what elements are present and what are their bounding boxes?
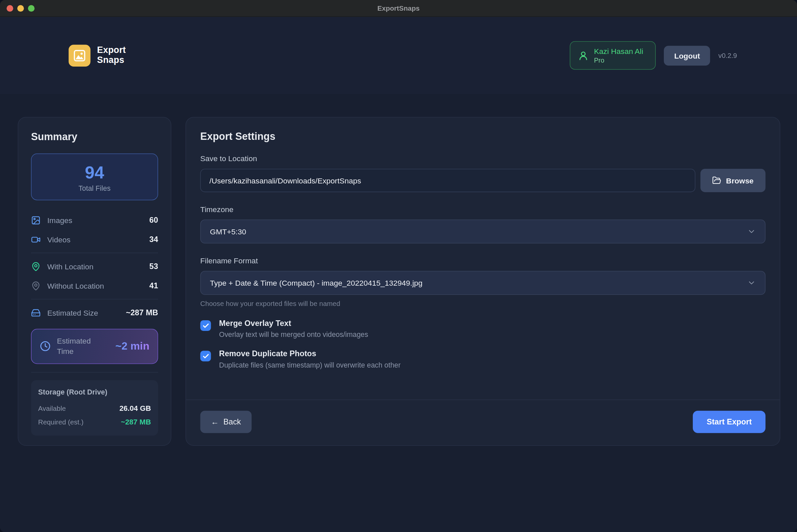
stat-label: With Location — [47, 262, 94, 271]
stat-value: 34 — [149, 235, 158, 244]
back-button[interactable]: ← Back — [201, 411, 252, 433]
estimated-time-card: Estimated Time ~2 min — [31, 329, 158, 364]
app-logo-icon — [69, 44, 91, 66]
stat-row-videos: Videos 34 — [31, 230, 158, 249]
back-button-label: Back — [223, 417, 241, 426]
storage-row-required: Required (est.) ~287 MB — [38, 415, 151, 429]
divider — [31, 299, 158, 300]
storage-label: Required (est.) — [38, 418, 83, 426]
save-location-row: Browse — [201, 169, 766, 192]
arrow-left-icon: ← — [211, 417, 219, 426]
merge-overlay-checkbox[interactable] — [201, 320, 211, 331]
timezone-label: Timezone — [201, 205, 766, 213]
total-files-value: 94 — [32, 163, 158, 183]
stat-value: ~287 MB — [126, 308, 158, 317]
app-logo: Export Snaps — [69, 44, 126, 66]
user-plan-badge: Pro — [594, 56, 643, 64]
storage-value: 26.04 GB — [119, 404, 151, 412]
app-body: Export Snaps Kazi Hasan Ali — [0, 17, 797, 532]
option-remove-duplicates: Remove Duplicate Photos Duplicate files … — [201, 349, 766, 369]
check-icon — [202, 322, 209, 329]
folder-icon — [713, 176, 721, 185]
app-header: Export Snaps Kazi Hasan Ali — [0, 17, 797, 94]
traffic-lights — [7, 5, 35, 12]
logout-button[interactable]: Logout — [664, 45, 710, 65]
close-window-button[interactable] — [7, 5, 13, 12]
stat-label: Estimated Size — [47, 308, 98, 317]
timezone-select[interactable]: GMT+5:30 — [201, 220, 766, 244]
titlebar: ExportSnaps — [0, 0, 797, 17]
storage-row-available: Available 26.04 GB — [38, 401, 151, 415]
app-logo-text: Export Snaps — [97, 45, 126, 65]
divider — [31, 372, 158, 373]
user-account-badge[interactable]: Kazi Hasan Ali Pro — [570, 41, 656, 70]
window-title: ExportSnaps — [0, 4, 797, 12]
total-files-label: Total Files — [32, 184, 158, 192]
image-icon — [31, 215, 41, 225]
save-location-label: Save to Location — [201, 154, 766, 163]
zoom-window-button[interactable] — [28, 5, 35, 12]
storage-title: Storage (Root Drive) — [38, 387, 151, 396]
stat-row-images: Images 60 — [31, 210, 158, 230]
option-description: Overlay text will be merged onto videos/… — [219, 330, 368, 338]
stat-label: Without Location — [47, 281, 104, 290]
remove-duplicates-checkbox[interactable] — [201, 350, 211, 361]
stat-value: 41 — [149, 281, 158, 290]
stat-row-without-location: Without Location 41 — [31, 276, 158, 295]
summary-panel: Summary 94 Total Files — [18, 117, 171, 446]
stat-row-estimated-size: Estimated Size ~287 MB — [31, 303, 158, 322]
filename-format-label: Filename Format — [201, 256, 766, 265]
header-actions: Kazi Hasan Ali Pro Logout v0.2.9 — [570, 41, 737, 70]
stat-value: 53 — [149, 262, 158, 271]
stat-value: 60 — [149, 216, 158, 225]
location-pin-icon — [31, 281, 41, 291]
chevron-down-icon — [747, 227, 756, 236]
option-texts: Remove Duplicate Photos Duplicate files … — [219, 349, 400, 369]
minimize-window-button[interactable] — [17, 5, 24, 12]
user-info: Kazi Hasan Ali Pro — [594, 47, 643, 64]
location-pin-icon — [31, 262, 41, 271]
save-location-input[interactable] — [201, 169, 696, 192]
logo-line-1: Export — [97, 45, 126, 56]
app-window: ExportSnaps Export Snaps — [0, 0, 797, 532]
stat-row-with-location: With Location 53 — [31, 257, 158, 276]
summary-title: Summary — [31, 131, 158, 143]
storage-card: Storage (Root Drive) Available 26.04 GB … — [31, 380, 158, 435]
filename-format-helper: Choose how your exported files will be n… — [201, 300, 766, 308]
export-settings-panel: Export Settings Save to Location Browse — [186, 117, 780, 446]
option-description: Duplicate files (same timestamp) will ov… — [219, 361, 400, 369]
filename-format-select[interactable]: Type + Date & Time (Compact) - image_202… — [201, 271, 766, 295]
estimated-time-label: Estimated Time — [57, 336, 100, 357]
browse-button[interactable]: Browse — [700, 169, 765, 192]
estimated-time-value: ~2 min — [115, 340, 149, 353]
option-texts: Merge Overlay Text Overlay text will be … — [219, 319, 368, 339]
logo-line-2: Snaps — [97, 55, 126, 65]
user-name: Kazi Hasan Ali — [594, 47, 643, 57]
check-icon — [202, 353, 209, 360]
app-version: v0.2.9 — [718, 52, 737, 59]
timezone-selected-value: GMT+5:30 — [210, 227, 246, 236]
video-icon — [31, 235, 41, 244]
main-content: Summary 94 Total Files — [0, 94, 797, 532]
settings-footer: ← Back Start Export — [186, 399, 780, 433]
export-settings-title: Export Settings — [201, 131, 766, 142]
option-label: Remove Duplicate Photos — [219, 349, 400, 358]
stat-label: Images — [47, 216, 72, 224]
divider — [31, 253, 158, 253]
storage-value: ~287 MB — [121, 418, 151, 426]
filename-format-selected-value: Type + Date & Time (Compact) - image_202… — [210, 279, 422, 287]
total-files-card: 94 Total Files — [31, 153, 158, 201]
option-merge-overlay-text: Merge Overlay Text Overlay text will be … — [201, 319, 766, 339]
chevron-down-icon — [747, 279, 756, 287]
start-export-button[interactable]: Start Export — [693, 411, 765, 433]
stat-label: Videos — [47, 235, 71, 244]
storage-label: Available — [38, 404, 66, 412]
option-label: Merge Overlay Text — [219, 319, 368, 328]
screen: ExportSnaps Export Snaps — [0, 0, 797, 532]
browse-button-label: Browse — [726, 176, 754, 185]
hard-drive-icon — [31, 308, 41, 318]
clock-icon — [40, 341, 51, 352]
user-icon — [577, 50, 588, 61]
